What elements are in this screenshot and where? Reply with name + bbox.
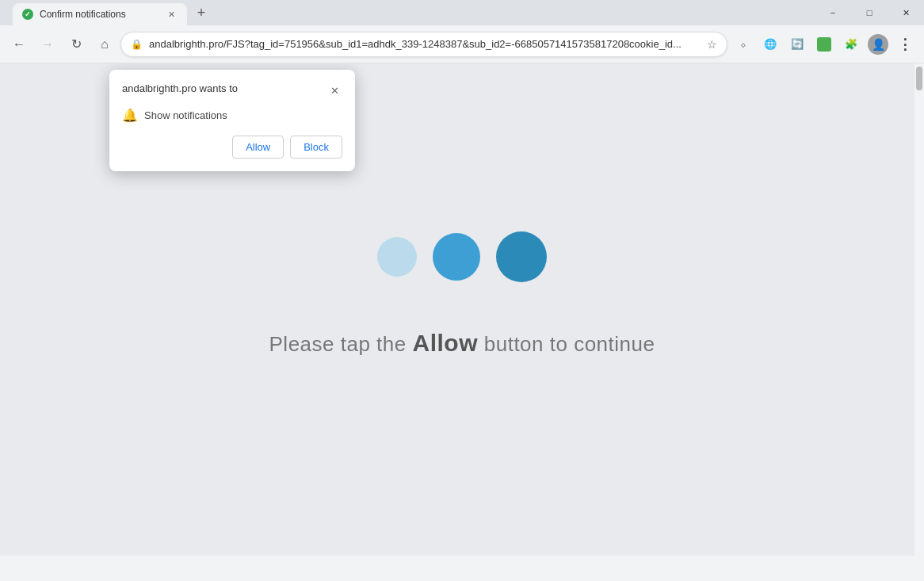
page-message: Please tap the Allow button to continue: [269, 330, 655, 357]
nav-bar: ← → ↻ ⌂ 🔒 andalbrighth.pro/FJS?tag_id=75…: [0, 25, 924, 63]
loading-dot-1: [377, 237, 417, 277]
toolbar-icon-3[interactable]: 🔄: [785, 32, 810, 57]
title-bar: Confirm notifications ✕ + − □ ✕: [0, 0, 924, 25]
allow-button[interactable]: Allow: [232, 136, 284, 159]
lock-icon: 🔒: [131, 39, 143, 50]
home-button[interactable]: ⌂: [92, 32, 117, 57]
tab-favicon: [22, 9, 33, 20]
browser-content: andalbrighth.pro wants to ✕ 🔔 Show notif…: [0, 63, 924, 556]
page-message-suffix: button to continue: [484, 332, 655, 356]
window-controls: − □ ✕: [815, 0, 924, 25]
tab-bar: Confirm notifications ✕ +: [6, 0, 918, 25]
notification-popup: andalbrighth.pro wants to ✕ 🔔 Show notif…: [109, 70, 355, 171]
minimize-button[interactable]: −: [815, 0, 851, 25]
notification-label: Show notifications: [144, 109, 227, 121]
tab-title: Confirm notifications: [40, 9, 158, 20]
toolbar-icons: ⬦ 🌐 🔄 🧩 👤 ⋮: [731, 32, 918, 57]
tab-close-button[interactable]: ✕: [165, 8, 178, 21]
new-tab-button[interactable]: +: [190, 2, 212, 24]
back-button[interactable]: ←: [6, 32, 32, 57]
toolbar-icon-2[interactable]: 🌐: [758, 32, 783, 57]
popup-header: andalbrighth.pro wants to ✕: [122, 82, 342, 98]
toolbar-icon-1[interactable]: ⬦: [731, 32, 756, 57]
loading-dots: [377, 231, 547, 282]
block-button[interactable]: Block: [290, 136, 342, 159]
scrollbar-thumb[interactable]: [916, 67, 922, 90]
profile-button[interactable]: 👤: [865, 32, 891, 57]
address-text: andalbrighth.pro/FJS?tag_id=751956&sub_i…: [149, 38, 701, 50]
page-message-prefix: Please tap the: [269, 332, 407, 356]
profile-avatar: 👤: [868, 34, 888, 55]
forward-button[interactable]: →: [35, 32, 60, 57]
loading-dot-3: [496, 231, 547, 282]
more-options-button[interactable]: ⋮: [892, 32, 918, 57]
bookmark-icon[interactable]: ☆: [707, 38, 717, 51]
bell-icon: 🔔: [122, 108, 138, 123]
toolbar-icon-4[interactable]: [811, 32, 837, 57]
popup-close-button[interactable]: ✕: [326, 82, 342, 98]
scrollbar[interactable]: [914, 63, 924, 556]
active-tab[interactable]: Confirm notifications ✕: [13, 3, 187, 25]
popup-notification-row: 🔔 Show notifications: [122, 108, 342, 123]
popup-title: andalbrighth.pro wants to: [122, 82, 238, 94]
refresh-button[interactable]: ↻: [63, 32, 89, 57]
maximize-button[interactable]: □: [851, 0, 888, 25]
extensions-button[interactable]: 🧩: [838, 32, 864, 57]
page-message-keyword: Allow: [413, 330, 479, 356]
address-bar[interactable]: 🔒 andalbrighth.pro/FJS?tag_id=751956&sub…: [120, 32, 727, 57]
loading-dot-2: [433, 233, 480, 281]
popup-buttons: Allow Block: [122, 136, 342, 159]
close-button[interactable]: ✕: [888, 0, 924, 25]
